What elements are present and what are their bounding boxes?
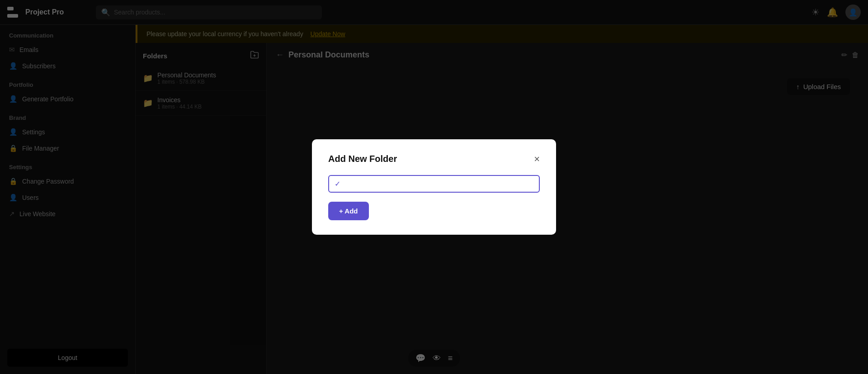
add-folder-modal: Add New Folder × ✓ + Add [312, 139, 556, 235]
folder-name-input[interactable] [344, 180, 533, 188]
modal-close-button[interactable]: × [534, 154, 540, 164]
modal-add-button[interactable]: + Add [328, 202, 369, 220]
modal-input-wrap: ✓ [328, 175, 540, 193]
modal-overlay[interactable]: Add New Folder × ✓ + Add [0, 0, 868, 374]
modal-header: Add New Folder × [328, 154, 540, 164]
modal-title: Add New Folder [328, 154, 397, 164]
check-icon: ✓ [335, 180, 340, 188]
